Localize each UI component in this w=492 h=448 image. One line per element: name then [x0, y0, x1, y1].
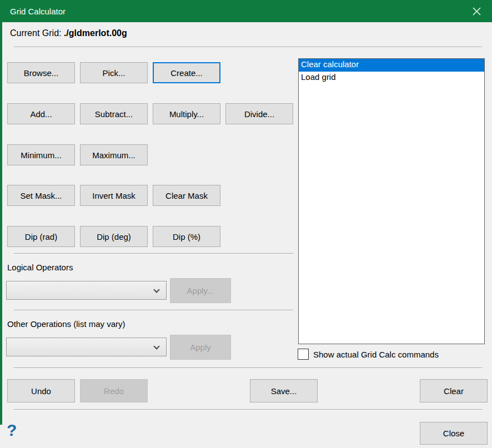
close-icon[interactable] — [463, 0, 490, 22]
create-button[interactable]: Create... — [153, 62, 220, 83]
minimum-button[interactable]: Minimum... — [7, 144, 75, 165]
undo-button[interactable]: Undo — [7, 379, 75, 402]
clear-button[interactable]: Clear — [420, 379, 488, 402]
add-button[interactable]: Add... — [7, 103, 75, 124]
clear-mask-button[interactable]: Clear Mask — [153, 185, 220, 206]
list-item[interactable]: Load grid — [299, 72, 484, 84]
chevron-down-icon — [153, 343, 159, 349]
separator — [14, 310, 293, 311]
logical-operators-label: Logical Operators — [7, 263, 73, 272]
show-commands-checkbox-row[interactable]: Show actual Grid Calc commands — [298, 348, 439, 360]
window-title: Grid Calculator — [10, 7, 66, 16]
maximum-button[interactable]: Maximum... — [80, 144, 148, 165]
divide-button[interactable]: Divide... — [225, 103, 293, 124]
save-button[interactable]: Save... — [250, 379, 318, 402]
command-history-list[interactable]: Clear calculator Load grid — [298, 58, 485, 344]
other-apply-button[interactable]: Apply — [170, 335, 231, 360]
grid-calculator-dialog: Grid Calculator Current Grid: ./gldmerlo… — [0, 0, 492, 448]
x-icon — [473, 7, 481, 16]
set-mask-button[interactable]: Set Mask... — [7, 185, 75, 206]
subtract-button[interactable]: Subtract... — [80, 103, 148, 124]
multiply-button[interactable]: Multiply... — [153, 103, 220, 124]
dip-pct-button[interactable]: Dip (%) — [153, 226, 220, 247]
window-border-bottom — [0, 0, 492, 2]
help-icon[interactable]: ? — [7, 420, 17, 440]
redo-button[interactable]: Redo — [80, 379, 148, 402]
current-grid-value: ./gldmerlot.00g — [64, 28, 127, 38]
close-button[interactable]: Close — [420, 422, 488, 445]
dip-deg-button[interactable]: Dip (deg) — [80, 226, 148, 247]
chevron-down-icon — [153, 286, 159, 293]
current-grid-label: Current Grid: — [10, 28, 64, 38]
dip-rad-button[interactable]: Dip (rad) — [7, 226, 75, 247]
separator — [14, 253, 293, 254]
other-operations-select[interactable] — [6, 338, 167, 356]
show-commands-label: Show actual Grid Calc commands — [313, 350, 439, 359]
titlebar: Grid Calculator — [0, 0, 492, 22]
window-border-right — [0, 0, 2, 425]
list-item[interactable]: Clear calculator — [299, 59, 484, 72]
checkbox-icon[interactable] — [298, 349, 309, 360]
logical-operators-select[interactable] — [6, 281, 167, 300]
pick-button[interactable]: Pick... — [80, 62, 148, 83]
logical-apply-button[interactable]: Apply... — [170, 278, 231, 303]
other-operations-label: Other Operations (list may vary) — [7, 319, 125, 329]
separator — [14, 409, 482, 410]
current-grid-line: Current Grid: ./gldmerlot.00g — [10, 28, 127, 38]
browse-button[interactable]: Browse... — [7, 62, 75, 83]
invert-mask-button[interactable]: Invert Mask — [80, 185, 148, 206]
separator — [14, 368, 482, 369]
separator — [14, 47, 482, 48]
